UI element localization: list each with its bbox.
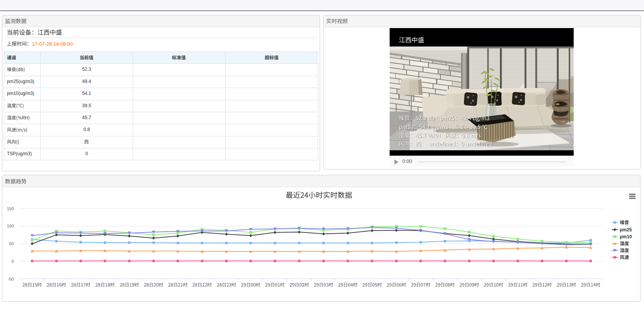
svg-text:100: 100 xyxy=(7,224,14,228)
svg-text:0: 0 xyxy=(12,259,14,264)
svg-text:150: 150 xyxy=(7,206,14,211)
svg-text:50: 50 xyxy=(9,241,14,246)
svg-text:-50: -50 xyxy=(8,277,14,281)
svg-text:pm10: pm10 xyxy=(620,234,632,239)
svg-text:pm25: pm25 xyxy=(620,227,632,233)
